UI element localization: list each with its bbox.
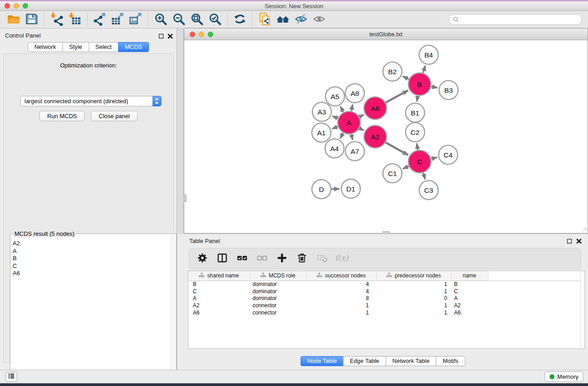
- table-cell[interactable]: A: [188, 295, 249, 302]
- table-cell[interactable]: dominator: [249, 281, 306, 288]
- table-cell[interactable]: dominator: [249, 295, 306, 302]
- close-panel-icon[interactable]: [167, 33, 173, 41]
- select-all-button[interactable]: [234, 251, 251, 267]
- table-cell[interactable]: 1: [306, 302, 376, 309]
- table-cell[interactable]: C: [188, 288, 249, 295]
- graph-edge-A-A7[interactable]: [351, 134, 353, 140]
- zoom-out-button[interactable]: [170, 12, 188, 27]
- memory-button[interactable]: Memory: [545, 372, 583, 382]
- zoom-in-button[interactable]: [152, 12, 170, 27]
- clone-network-button[interactable]: [256, 12, 274, 27]
- table-row[interactable]: A6connector11A6: [188, 309, 581, 316]
- table-row[interactable]: Bdominator41B: [188, 281, 581, 288]
- show-all-button[interactable]: [310, 12, 328, 27]
- first-neighbors-button[interactable]: [274, 12, 292, 27]
- unselect-all-button[interactable]: [253, 251, 271, 267]
- export-network-button[interactable]: [91, 12, 109, 27]
- table-cell[interactable]: C: [451, 288, 488, 295]
- table-cell[interactable]: A2: [451, 302, 488, 309]
- table-cell[interactable]: connector: [249, 309, 306, 316]
- graph-node-B1[interactable]: B1: [406, 103, 425, 122]
- table-cell[interactable]: A: [451, 295, 488, 302]
- close-panel-button[interactable]: Close panel: [91, 111, 138, 121]
- tab-motifs[interactable]: Motifs: [436, 356, 465, 366]
- tab-node-table[interactable]: Node Table: [300, 356, 344, 366]
- run-mcds-button[interactable]: Run MCDS: [39, 111, 85, 121]
- mcds-result-item[interactable]: B: [13, 255, 171, 262]
- graph-edge-A-A6[interactable]: [359, 114, 364, 117]
- graph-node-B3[interactable]: B3: [439, 81, 458, 100]
- table-cell[interactable]: dominator: [249, 288, 306, 295]
- table-row[interactable]: A2connector11A2: [188, 302, 581, 309]
- graph-edge-A6-B[interactable]: [386, 91, 408, 103]
- hide-selected-button[interactable]: [292, 12, 310, 27]
- graph-edge-A-A3[interactable]: [332, 116, 338, 118]
- table-cell[interactable]: A6: [451, 309, 488, 316]
- graph-node-D[interactable]: D: [312, 180, 331, 199]
- close-table-panel-icon[interactable]: [576, 238, 582, 246]
- settings-gear-button[interactable]: [194, 251, 211, 267]
- graph-edge-A-A8[interactable]: [351, 105, 353, 111]
- graph-node-C4[interactable]: C4: [439, 145, 458, 164]
- table-cell[interactable]: 0: [376, 295, 451, 302]
- column-header-successor-nodes[interactable]: successor nodes: [306, 271, 376, 281]
- tab-network-table[interactable]: Network Table: [386, 356, 436, 366]
- graph-node-A6[interactable]: A6: [364, 97, 387, 119]
- tab-select[interactable]: Select: [89, 42, 119, 52]
- graph-node-B4[interactable]: B4: [419, 45, 438, 64]
- tab-style[interactable]: Style: [62, 42, 89, 52]
- graph-node-A7[interactable]: A7: [345, 142, 364, 161]
- graph-node-A4[interactable]: A4: [325, 139, 344, 158]
- graph-node-C1[interactable]: C1: [383, 164, 402, 183]
- table-cell[interactable]: connector: [249, 302, 306, 309]
- zoom-fit-button[interactable]: [188, 12, 206, 27]
- table-cell[interactable]: 4: [306, 281, 376, 288]
- open-file-button[interactable]: [5, 12, 23, 27]
- export-table-button[interactable]: [109, 12, 127, 27]
- graph-edge-C-C4[interactable]: [431, 157, 437, 159]
- table-cell[interactable]: 4: [306, 288, 376, 295]
- graph-node-D1[interactable]: D1: [341, 179, 360, 198]
- graph-node-C[interactable]: C: [408, 150, 431, 173]
- network-canvas[interactable]: B4B2BB3A8A5A6A3B1AC2A1A2A4A7C4CC1D1DC3: [184, 40, 588, 233]
- table-cell[interactable]: 8: [306, 295, 376, 302]
- split-panel-button[interactable]: [214, 251, 231, 267]
- tab-edge-table[interactable]: Edge Table: [343, 356, 386, 366]
- table-cell[interactable]: 1: [376, 309, 451, 316]
- column-header-shared-name[interactable]: shared name: [188, 271, 249, 281]
- graph-edge-A-A5[interactable]: [340, 106, 344, 112]
- tab-mcds[interactable]: MCDS: [118, 42, 149, 52]
- table-cell[interactable]: A6: [188, 309, 249, 316]
- refresh-button[interactable]: [231, 12, 249, 27]
- table-cell[interactable]: A2: [188, 302, 249, 309]
- table-cell[interactable]: 1: [306, 309, 376, 316]
- table-scrollbar[interactable]: [580, 271, 584, 348]
- graph-node-A5[interactable]: A5: [325, 87, 344, 106]
- task-history-button[interactable]: [5, 372, 17, 382]
- column-header-name[interactable]: name: [451, 271, 488, 281]
- delete-column-button[interactable]: [293, 251, 311, 267]
- graph-node-C2[interactable]: C2: [406, 123, 425, 142]
- float-table-panel-icon[interactable]: [567, 238, 572, 246]
- add-column-button[interactable]: [273, 251, 291, 267]
- graph-edge-B-B4[interactable]: [423, 66, 425, 73]
- graph-edge-C-C3[interactable]: [423, 173, 425, 179]
- table-cell[interactable]: 1: [376, 281, 451, 288]
- table-cell[interactable]: 1: [376, 302, 451, 309]
- result-scrollbar[interactable]: [171, 234, 176, 383]
- graph-node-A2[interactable]: A2: [364, 125, 387, 148]
- graph-edge-C-C1[interactable]: [403, 166, 409, 169]
- resize-grip-icon[interactable]: [582, 224, 587, 233]
- graph-edge-B-B2[interactable]: [403, 76, 409, 79]
- mcds-result-item[interactable]: C: [13, 262, 171, 270]
- mcds-result-item[interactable]: A6: [13, 270, 171, 277]
- graph-edge-B-B3[interactable]: [431, 86, 437, 88]
- zoom-selected-button[interactable]: [206, 12, 224, 27]
- graph-node-A8[interactable]: A8: [345, 84, 364, 103]
- graph-edge-A-A1[interactable]: [332, 127, 338, 129]
- graph-edge-A-A2[interactable]: [359, 128, 363, 130]
- graph-node-B[interactable]: B: [408, 73, 431, 95]
- export-image-button[interactable]: [127, 12, 145, 27]
- table-cell[interactable]: B: [451, 281, 488, 288]
- import-table-button[interactable]: [66, 12, 84, 27]
